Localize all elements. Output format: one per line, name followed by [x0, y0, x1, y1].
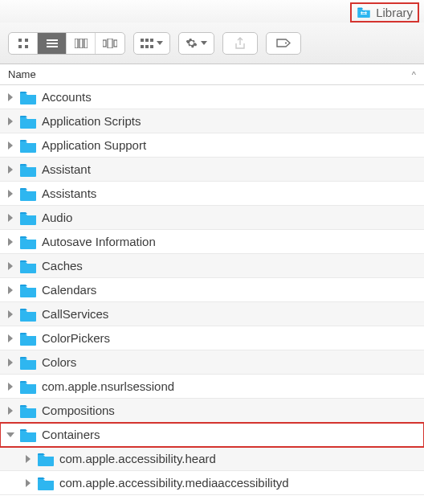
- list-item[interactable]: Assistant: [0, 158, 424, 182]
- list-item[interactable]: Assistants: [0, 182, 424, 206]
- list-item[interactable]: Colors: [0, 350, 424, 375]
- item-name: Accounts: [42, 90, 92, 104]
- item-name: Assistants: [42, 186, 96, 200]
- list-item[interactable]: Application Support: [0, 133, 424, 158]
- disclosure-right-icon[interactable]: [3, 190, 18, 198]
- svg-rect-21: [145, 45, 149, 48]
- folder-icon: [19, 355, 37, 370]
- share-button[interactable]: [222, 32, 258, 55]
- disclosure-right-icon[interactable]: [3, 93, 18, 101]
- list-item[interactable]: Accounts: [0, 85, 424, 109]
- item-name: Audio: [42, 211, 72, 224]
- list-item[interactable]: Application Scripts: [0, 109, 424, 133]
- svg-rect-7: [25, 45, 28, 48]
- svg-rect-14: [103, 40, 106, 47]
- disclosure-right-icon[interactable]: [3, 262, 18, 270]
- list-icon: [47, 39, 58, 48]
- disclosure-right-icon[interactable]: [3, 238, 18, 246]
- folder-icon: [19, 379, 37, 394]
- coverflow-view-button[interactable]: [96, 33, 124, 54]
- arrange-button[interactable]: [133, 32, 170, 55]
- columns-icon: [75, 39, 88, 48]
- item-name: CallServices: [42, 307, 108, 321]
- folder-icon: [19, 211, 37, 225]
- disclosure-right-icon[interactable]: [3, 117, 18, 125]
- folder-icon: [19, 162, 37, 177]
- svg-rect-15: [108, 39, 112, 48]
- folder-icon: [37, 452, 55, 466]
- svg-rect-8: [47, 39, 58, 41]
- tags-button[interactable]: [266, 32, 301, 55]
- item-name: com.apple.accessibility.mediaaccessibili…: [59, 476, 289, 490]
- svg-rect-18: [145, 39, 149, 42]
- icon-view-button[interactable]: [9, 33, 38, 54]
- window-title-proxy[interactable]: Library: [350, 2, 419, 23]
- list-item[interactable]: com.apple.nsurlsessiond: [0, 375, 424, 399]
- svg-rect-12: [80, 39, 83, 48]
- list-item[interactable]: Containers: [0, 423, 424, 447]
- svg-rect-22: [150, 45, 153, 48]
- disclosure-right-icon[interactable]: [3, 214, 18, 222]
- library-folder-icon: [357, 6, 371, 18]
- chevron-down-icon: [201, 41, 207, 45]
- item-name: Application Scripts: [42, 114, 141, 128]
- list-item[interactable]: CallServices: [0, 302, 424, 326]
- svg-rect-6: [18, 45, 22, 48]
- item-name: Compositions: [42, 404, 115, 417]
- svg-rect-3: [365, 11, 366, 14]
- item-name: Colors: [42, 355, 76, 369]
- list-item[interactable]: Compositions: [0, 399, 424, 423]
- disclosure-right-icon[interactable]: [3, 141, 18, 150]
- disclosure-right-icon[interactable]: [3, 359, 18, 367]
- item-name: ColorPickers: [42, 331, 110, 345]
- svg-rect-11: [75, 39, 78, 48]
- folder-icon: [19, 307, 37, 322]
- disclosure-right-icon[interactable]: [3, 166, 18, 174]
- item-name: Autosave Information: [42, 235, 156, 248]
- disclosure-right-icon[interactable]: [3, 286, 18, 294]
- disclosure-right-icon[interactable]: [21, 455, 35, 463]
- svg-point-23: [285, 42, 287, 43]
- list-item[interactable]: Calendars: [0, 278, 424, 302]
- disclosure-right-icon[interactable]: [3, 310, 18, 318]
- disclosure-down-icon[interactable]: [3, 432, 18, 437]
- svg-rect-13: [84, 39, 88, 48]
- svg-rect-2: [361, 11, 362, 14]
- disclosure-right-icon[interactable]: [3, 407, 18, 415]
- list-item[interactable]: Audio: [0, 206, 424, 230]
- list-view-button[interactable]: [38, 33, 67, 54]
- svg-rect-4: [18, 39, 22, 42]
- item-name: Assistant: [42, 162, 91, 176]
- disclosure-right-icon[interactable]: [3, 383, 18, 391]
- folder-icon: [19, 428, 37, 442]
- grid-icon: [18, 38, 29, 49]
- svg-rect-10: [47, 46, 58, 47]
- list-item[interactable]: com.apple.accessibility.mediaaccessibili…: [0, 471, 424, 495]
- item-name: Application Support: [42, 138, 146, 152]
- column-view-button[interactable]: [67, 33, 96, 54]
- item-name: com.apple.accessibility.heard: [59, 452, 216, 465]
- list-item[interactable]: Caches: [0, 254, 424, 278]
- column-header-name[interactable]: Name ^: [0, 64, 424, 85]
- folder-icon: [19, 235, 37, 249]
- window-titlebar: Library: [0, 0, 424, 23]
- svg-rect-17: [141, 39, 144, 42]
- action-button[interactable]: [178, 32, 214, 55]
- svg-rect-5: [25, 39, 28, 42]
- sort-indicator-icon: ^: [412, 70, 416, 80]
- chevron-down-icon: [157, 41, 163, 45]
- disclosure-right-icon[interactable]: [21, 479, 35, 487]
- item-name: Caches: [42, 259, 83, 272]
- folder-icon: [19, 331, 37, 346]
- share-icon: [234, 37, 246, 50]
- list-item[interactable]: com.apple.accessibility.heard: [0, 447, 424, 471]
- list-item[interactable]: ColorPickers: [0, 326, 424, 350]
- view-mode-segment: [8, 32, 125, 55]
- file-list: Accounts Application Scripts Application…: [0, 85, 424, 495]
- list-item[interactable]: Autosave Information: [0, 230, 424, 254]
- svg-rect-9: [47, 43, 58, 44]
- gear-icon: [186, 37, 198, 49]
- disclosure-right-icon[interactable]: [3, 334, 18, 342]
- item-name: Calendars: [42, 283, 96, 297]
- folder-icon: [19, 90, 37, 104]
